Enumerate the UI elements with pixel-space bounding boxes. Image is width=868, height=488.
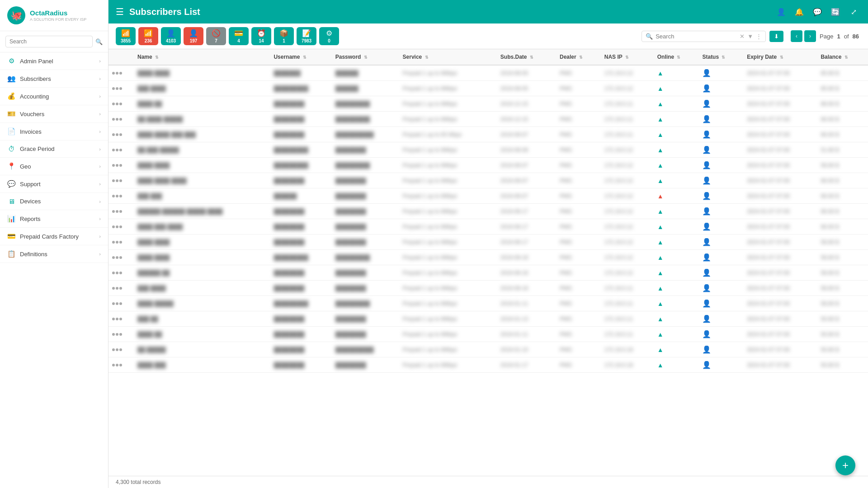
row-actions[interactable] (112, 87, 130, 90)
toolbar-btn-box[interactable]: 📦 1 (274, 27, 294, 45)
action-dot[interactable] (119, 318, 122, 320)
action-dot[interactable] (116, 118, 118, 121)
toolbar-btn-ban[interactable]: 🚫 7 (206, 27, 226, 45)
hamburger-menu-button[interactable]: ☰ (116, 6, 124, 17)
action-dot[interactable] (116, 256, 118, 259)
row-actions[interactable] (112, 225, 130, 228)
action-dot[interactable] (119, 179, 122, 182)
action-dot[interactable] (112, 333, 115, 336)
filter-icon[interactable]: ▼ (747, 33, 753, 40)
action-dot[interactable] (116, 87, 118, 90)
action-dot[interactable] (119, 103, 122, 105)
action-dot[interactable] (119, 241, 122, 244)
row-actions-cell[interactable] (108, 204, 134, 219)
action-dot[interactable] (112, 241, 115, 244)
action-dot[interactable] (116, 72, 118, 75)
action-dot[interactable] (112, 210, 115, 213)
row-actions-cell[interactable] (108, 342, 134, 357)
action-dot[interactable] (112, 133, 115, 136)
col-nas-ip[interactable]: NAS IP ⇅ (601, 49, 654, 65)
action-dot[interactable] (112, 179, 115, 182)
row-actions[interactable] (112, 333, 130, 336)
row-actions-cell[interactable] (108, 296, 134, 311)
toolbar-btn-wifi-down[interactable]: 📶 236 (138, 27, 158, 45)
row-actions[interactable] (112, 149, 130, 151)
action-dot[interactable] (112, 287, 115, 290)
sidebar-item-grace-period[interactable]: ⏱ Grace Period › (0, 141, 108, 158)
action-dot[interactable] (119, 149, 122, 151)
sidebar-item-definitions[interactable]: 📋 Definitions › (0, 245, 108, 263)
col-username[interactable]: Username ⇅ (270, 49, 331, 65)
sidebar-item-devices[interactable]: 🖥 Devices › (0, 193, 108, 210)
row-actions-cell[interactable] (108, 81, 134, 96)
action-dot[interactable] (116, 103, 118, 105)
row-actions[interactable] (112, 256, 130, 259)
action-dot[interactable] (119, 287, 122, 290)
more-options-icon[interactable]: ⋮ (756, 33, 762, 40)
action-dot[interactable] (112, 272, 115, 274)
action-dot[interactable] (112, 87, 115, 90)
action-dot[interactable] (116, 302, 118, 305)
row-actions[interactable] (112, 179, 130, 182)
row-actions-cell[interactable] (108, 281, 134, 296)
row-actions-cell[interactable] (108, 265, 134, 281)
row-actions[interactable] (112, 241, 130, 244)
row-actions[interactable] (112, 272, 130, 274)
row-actions-cell[interactable] (108, 142, 134, 158)
action-dot[interactable] (112, 225, 115, 228)
action-dot[interactable] (116, 210, 118, 213)
action-dot[interactable] (116, 348, 118, 351)
action-dot[interactable] (119, 133, 122, 136)
col-balance[interactable]: Balance ⇅ (817, 49, 868, 65)
action-dot[interactable] (116, 241, 118, 244)
row-actions[interactable] (112, 318, 130, 320)
col-online[interactable]: Online ⇅ (654, 49, 699, 65)
row-actions[interactable] (112, 133, 130, 136)
row-actions-cell[interactable] (108, 173, 134, 188)
action-dot[interactable] (116, 364, 118, 366)
sidebar-item-support[interactable]: 💬 Support › (0, 175, 108, 193)
toolbar-btn-user-red[interactable]: 👤 197 (184, 27, 203, 45)
row-actions-cell[interactable] (108, 357, 134, 373)
sidebar-item-geo[interactable]: 📍 Geo › (0, 158, 108, 175)
action-dot[interactable] (119, 72, 122, 75)
add-subscriber-fab[interactable]: + (835, 455, 855, 475)
row-actions-cell[interactable] (108, 65, 134, 81)
sidebar-item-prepaid-cards[interactable]: 💳 Prepaid Cards Factory › (0, 228, 108, 245)
toolbar-btn-clock[interactable]: ⏰ 14 (251, 27, 271, 45)
col-service[interactable]: Service ⇅ (399, 49, 497, 65)
action-dot[interactable] (112, 318, 115, 320)
row-actions-cell[interactable] (108, 235, 134, 250)
download-button[interactable]: ⬇ (769, 31, 783, 42)
action-dot[interactable] (119, 364, 122, 366)
action-dot[interactable] (119, 118, 122, 121)
row-actions[interactable] (112, 164, 130, 167)
row-actions[interactable] (112, 195, 130, 197)
sidebar-item-admin-panel[interactable]: ⚙ Admin Panel › (0, 52, 108, 70)
sidebar-item-accounting[interactable]: 💰 Accounting › (0, 88, 108, 105)
action-dot[interactable] (112, 348, 115, 351)
table-search-input[interactable] (656, 33, 737, 40)
action-dot[interactable] (112, 256, 115, 259)
row-actions[interactable] (112, 118, 130, 121)
row-actions-cell[interactable] (108, 112, 134, 127)
sidebar-item-invoices[interactable]: 📄 Invoices › (0, 123, 108, 141)
action-dot[interactable] (116, 149, 118, 151)
action-dot[interactable] (112, 72, 115, 75)
toolbar-btn-wifi-all[interactable]: 📶 3855 (116, 27, 136, 45)
action-dot[interactable] (116, 318, 118, 320)
action-dot[interactable] (116, 272, 118, 274)
action-dot[interactable] (116, 164, 118, 167)
toolbar-btn-note[interactable]: 📝 7983 (297, 27, 316, 45)
action-dot[interactable] (116, 225, 118, 228)
action-dot[interactable] (119, 87, 122, 90)
sidebar-item-vouchers[interactable]: 🎫 Vouchers › (0, 105, 108, 123)
fullscreen-button[interactable]: ⤢ (846, 5, 861, 19)
action-dot[interactable] (112, 364, 115, 366)
row-actions[interactable] (112, 103, 130, 105)
toolbar-btn-card[interactable]: 💳 4 (229, 27, 249, 45)
sidebar-search-input[interactable] (5, 36, 93, 47)
action-dot[interactable] (119, 302, 122, 305)
action-dot[interactable] (119, 225, 122, 228)
row-actions-cell[interactable] (108, 327, 134, 342)
